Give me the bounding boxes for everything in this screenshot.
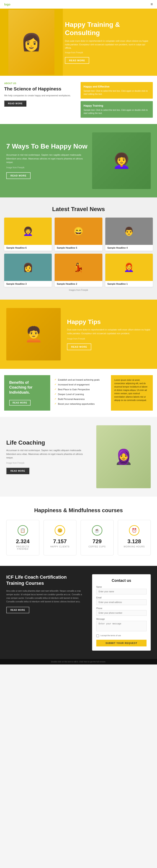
ways-title: 7 Ways To Be Happy Now: [6, 143, 88, 150]
news-card-2-image: 😄: [55, 218, 102, 245]
benefits-right: Lorem ipsum dolor sit amet, consectetur …: [111, 375, 153, 411]
about-left: ABOUT US The Science of Happiness We hel…: [4, 82, 76, 106]
name-label: Name: [96, 586, 147, 588]
stat-card-2: 😊 7.157 HAPPY CLIENTS: [44, 520, 77, 555]
ways-img-from: Image from Freepik: [6, 166, 88, 169]
tips-image: 🧑‍🦱: [6, 308, 61, 361]
benefit-item-2: Increased level of engagement: [54, 382, 107, 387]
stats-grid: 📋 2.324 PROJECTS FINISHED 😊 7.157 HAPPY …: [6, 520, 151, 555]
stat-icon-1: 📋: [17, 525, 28, 536]
ways-read-more-button[interactable]: READ MORE: [6, 172, 31, 179]
benefit-item-4: Deeper Level of Learning: [54, 392, 107, 397]
email-input[interactable]: [96, 599, 147, 605]
news-card-5[interactable]: 💃 Sample Headline 2: [55, 254, 102, 287]
message-input[interactable]: [96, 621, 147, 631]
benefits-read-more-button[interactable]: READ MORE: [9, 400, 31, 406]
coaching-content: Life Coaching Accumsan in nisl nisi scel…: [6, 439, 90, 474]
benefits-list: Establish and act toward achieving goals…: [54, 375, 107, 411]
news-card-1-image: 👩‍🦱: [4, 218, 52, 245]
about-card-1-body: Sample text. Click to select the text bo…: [83, 89, 150, 96]
coaching-body: Accumsan in nisl nisi scelerisque. Sapie…: [6, 448, 90, 460]
phone-input[interactable]: [96, 610, 147, 616]
about-card-1: Happy and Effective Sample text. Click t…: [81, 82, 153, 99]
message-field-group: Message: [96, 618, 147, 632]
about-body: We help companies to create happy and em…: [4, 94, 76, 98]
tips-content: Happy Tips Duis aute irure dolor in repr…: [67, 318, 151, 350]
phone-label: Phone: [96, 607, 147, 610]
stats-section: Happiness & Mindfulness courses 📋 2.324 …: [0, 497, 157, 566]
news-card-4[interactable]: 👩 Sample Headline 3: [4, 254, 52, 287]
footer: Double-click on this text to edit it. Cl…: [0, 659, 157, 664]
stat-number-3: 729: [85, 538, 109, 545]
stat-icon-1-emoji: 📋: [20, 528, 25, 533]
benefit-item-1: Establish and act toward achieving goals: [54, 377, 107, 382]
stat-icon-3-emoji: ☕: [94, 528, 100, 533]
about-title: The Science of Happiness: [4, 86, 76, 92]
coaching-image: 🧕: [96, 425, 151, 488]
news-card-1[interactable]: 👩‍🦱 Sample Headline 6: [4, 218, 52, 251]
terms-checkbox[interactable]: [96, 634, 99, 637]
news-section: Latest Travel News 👩‍🦱 Sample Headline 6…: [0, 197, 157, 300]
news-card-6-label: Sample Headline 1: [105, 281, 153, 287]
stat-card-4: ⏰ 3.128 WORKING HOURS: [118, 520, 151, 555]
bottom-read-more-button[interactable]: READ MORE: [6, 607, 29, 613]
about-right: Happy and Effective Sample text. Click t…: [81, 82, 153, 118]
name-input[interactable]: [96, 589, 147, 594]
news-card-6[interactable]: 👩‍🦰 Sample Headline 1: [105, 254, 153, 287]
tips-read-more-button[interactable]: READ MORE: [67, 343, 91, 350]
tips-body: Duis aute irure dolor in reprehenderit i…: [67, 328, 151, 335]
hero-section: 👩 Happy Training & Consulting Duis aute …: [0, 9, 157, 76]
benefits-title: Benefits of Coaching for Individuals.: [9, 380, 45, 395]
stats-title: Happiness & Mindfulness courses: [6, 507, 151, 514]
contact-card: Contact us Name Email Phone Message I ac…: [92, 574, 151, 651]
benefits-left: Benefits of Coaching for Individuals. RE…: [4, 375, 50, 411]
stat-icon-4: ⏰: [129, 525, 140, 536]
hero-read-more-button[interactable]: READ MORE: [65, 57, 89, 64]
news-title: Latest Travel News: [4, 206, 153, 213]
news-card-5-label: Sample Headline 2: [55, 281, 102, 287]
terms-label: I accept the terms of use: [100, 634, 121, 637]
coaching-read-more-button[interactable]: READ MORE: [6, 468, 29, 474]
benefit-item-6: Boost your networking opportunities: [54, 401, 107, 406]
hero-title: Happy Training & Consulting: [65, 21, 151, 37]
email-field-group: Email: [96, 596, 147, 605]
stat-icon-2: 😊: [55, 525, 65, 536]
stat-card-3: ☕ 729 COFFEE CUPS: [81, 520, 114, 555]
bottom-body: Arcu odio ut sem nulla pharetra diam sed…: [6, 589, 86, 603]
stat-number-1: 2.324: [11, 538, 35, 545]
phone-field-group: Phone: [96, 607, 147, 616]
news-card-3[interactable]: 👨 Sample Headline 4: [105, 218, 153, 251]
menu-icon[interactable]: ≡: [151, 2, 153, 6]
hero-img-from: Image from Freepik: [65, 51, 151, 54]
submit-button[interactable]: SUBMIT YOUR REQUEST: [96, 640, 147, 646]
name-field-group: Name: [96, 586, 147, 594]
tips-section: 🧑‍🦱 Happy Tips Duis aute irure dolor in …: [0, 300, 157, 369]
contact-section: Contact us Name Email Phone Message I ac…: [92, 574, 151, 651]
news-card-5-image: 💃: [55, 254, 102, 281]
about-read-more-button[interactable]: READ MORE: [4, 100, 26, 106]
about-card-2-body: Sample text. Click to select the text bo…: [83, 108, 150, 115]
stat-label-2: HAPPY CLIENTS: [48, 546, 72, 548]
hero-body: Duis aute irure dolor in reprehenderit i…: [65, 39, 151, 50]
navigation: logo ≡: [0, 0, 157, 9]
tips-title: Happy Tips: [67, 318, 151, 326]
benefits-right-text: Lorem ipsum dolor sit amet, consectetur …: [114, 378, 150, 402]
news-card-2[interactable]: 😄 Sample Headline 5: [55, 218, 102, 251]
news-card-4-image: 👩: [4, 254, 52, 281]
stat-label-4: WORKING HOURS: [122, 546, 147, 548]
ways-body: Accumsan in nisl nisi scelerisque. Sapie…: [6, 153, 88, 164]
stat-label-1: PROJECTS FINISHED: [11, 546, 35, 550]
news-grid: 👩‍🦱 Sample Headline 6 😄 Sample Headline …: [4, 218, 153, 287]
benefit-item-3: Best Place to Gain Perspective: [54, 387, 107, 392]
benefits-section: Benefits of Coaching for Individuals. RE…: [0, 369, 157, 417]
coaching-img-from: Image from Freepik: [6, 461, 90, 465]
news-card-4-label: Sample Headline 3: [4, 281, 52, 287]
hero-image: 👩: [0, 9, 63, 76]
about-card-2-title: Happy Training: [83, 104, 150, 107]
stat-card-1: 📋 2.324 PROJECTS FINISHED: [6, 520, 39, 555]
benefit-item-5: Build Personal Awareness: [54, 397, 107, 401]
news-card-2-label: Sample Headline 5: [55, 245, 102, 251]
logo: logo: [4, 3, 10, 6]
hero-person: 👩: [8, 10, 54, 75]
about-label: ABOUT US: [4, 82, 76, 85]
